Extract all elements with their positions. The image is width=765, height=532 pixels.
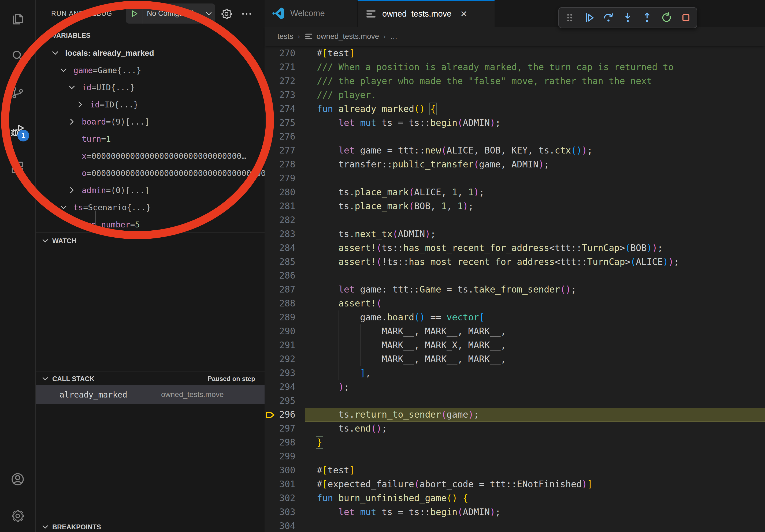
code-line[interactable]: 301#[expected_failure(abort_code = ttt::…: [265, 477, 765, 491]
variable-row[interactable]: txn_number = 5: [36, 216, 265, 233]
code-line[interactable]: 286: [265, 269, 765, 283]
continue-icon[interactable]: [581, 9, 598, 26]
activity-extensions-icon[interactable]: [0, 158, 35, 177]
line-number[interactable]: 289: [265, 311, 296, 324]
code-line[interactable]: 300#[test]: [265, 463, 765, 477]
code-line[interactable]: 299: [265, 449, 765, 463]
more-actions-icon[interactable]: [240, 7, 254, 21]
call-stack-header[interactable]: CALL STACKPaused on step: [36, 372, 265, 386]
restart-icon[interactable]: [658, 9, 675, 26]
drag-grip-icon[interactable]: [561, 9, 578, 26]
line-number[interactable]: 283: [265, 227, 296, 241]
line-number[interactable]: 294: [265, 380, 296, 394]
variable-row[interactable]: board = (9)[...]: [36, 113, 265, 130]
code-line[interactable]: 277 let game = ttt::new(ALICE, BOB, KEY,…: [265, 143, 765, 157]
code-line[interactable]: 303 let mut ts = ts::begin(ADMIN);: [265, 505, 765, 519]
code-line[interactable]: 298}: [265, 435, 765, 449]
line-number[interactable]: 302: [265, 491, 296, 505]
code-line[interactable]: 297 ts.end();: [265, 421, 765, 435]
debug-settings-gear-icon[interactable]: [220, 7, 234, 21]
code-line[interactable]: 289 game.board() == vector[: [265, 311, 765, 324]
variable-row[interactable]: o = 000000000000000000000000000000000000…: [36, 164, 265, 182]
line-number[interactable]: 274: [265, 102, 296, 116]
code-area[interactable]: 270#[test]271/// When a position is alre…: [265, 46, 765, 532]
code-line[interactable]: 304: [265, 519, 765, 532]
line-number[interactable]: 295: [265, 394, 296, 408]
line-number[interactable]: 291: [265, 338, 296, 352]
variable-row[interactable]: id = UID{...}: [36, 79, 265, 96]
code-line[interactable]: 285 assert!(!ts::has_most_recent_for_add…: [265, 255, 765, 269]
tab-welcome[interactable]: Welcome: [265, 0, 358, 27]
line-number[interactable]: 271: [265, 60, 296, 74]
line-number[interactable]: 276: [265, 130, 296, 143]
line-number[interactable]: 288: [265, 297, 296, 311]
watch-header[interactable]: WATCH: [36, 232, 265, 249]
line-number[interactable]: 304: [265, 519, 296, 532]
line-number[interactable]: 277: [265, 143, 296, 157]
code-line[interactable]: 294 );: [265, 380, 765, 394]
breadcrumb-item[interactable]: owned_tests.move: [317, 32, 379, 41]
code-line[interactable]: 272/// the player who made the "false" m…: [265, 74, 765, 88]
code-line[interactable]: 278 transfer::public_transfer(game, ADMI…: [265, 157, 765, 171]
line-number[interactable]: 273: [265, 88, 296, 102]
breadcrumb-item[interactable]: tests: [278, 32, 293, 41]
code-line[interactable]: 271/// When a position is already marked…: [265, 60, 765, 74]
line-number[interactable]: 298: [265, 435, 296, 449]
start-debugging-play-icon[interactable]: [126, 9, 143, 18]
line-number[interactable]: 270: [265, 46, 296, 60]
code-line[interactable]: 287 let game: ttt::Game = ts.take_from_s…: [265, 283, 765, 297]
code-line[interactable]: 282: [265, 213, 765, 227]
code-line[interactable]: 283 ts.next_tx(ADMIN);: [265, 227, 765, 241]
code-line[interactable]: 291 MARK__, MARK_X, MARK__,: [265, 338, 765, 352]
activity-account-icon[interactable]: [0, 470, 35, 488]
line-number[interactable]: 282: [265, 213, 296, 227]
breadcrumb-item[interactable]: …: [390, 32, 397, 41]
line-number[interactable]: 279: [265, 171, 296, 185]
line-number[interactable]: 303: [265, 505, 296, 519]
variable-row[interactable]: admin = (0)[...]: [36, 182, 265, 199]
activity-run-and-debug-icon[interactable]: 1: [0, 122, 35, 140]
line-number[interactable]: 292: [265, 352, 296, 366]
line-number[interactable]: 293: [265, 366, 296, 380]
step-out-icon[interactable]: [638, 9, 656, 26]
activity-settings-gear-icon[interactable]: [0, 507, 35, 525]
stack-frame-row[interactable]: already_markedowned_tests.move: [36, 385, 265, 404]
line-number[interactable]: 278: [265, 157, 296, 171]
line-number[interactable]: 281: [265, 199, 296, 213]
line-number[interactable]: 290: [265, 324, 296, 338]
code-line[interactable]: 273/// player.: [265, 88, 765, 102]
line-number[interactable]: 275: [265, 116, 296, 130]
activity-source-control-icon[interactable]: [0, 84, 35, 102]
code-line[interactable]: 295: [265, 394, 765, 408]
code-line[interactable]: 288 assert!(: [265, 297, 765, 311]
step-over-icon[interactable]: [600, 9, 617, 26]
code-line[interactable]: 302fun burn_unfinished_game() {: [265, 491, 765, 505]
code-line[interactable]: 270#[test]: [265, 46, 765, 60]
code-line[interactable]: 284 assert!(ts::has_most_recent_for_addr…: [265, 241, 765, 255]
code-line[interactable]: 275 let mut ts = ts::begin(ADMIN);: [265, 116, 765, 130]
variable-row[interactable]: id = ID{...}: [36, 96, 265, 113]
code-line[interactable]: 293 ],: [265, 366, 765, 380]
line-number[interactable]: 300: [265, 463, 296, 477]
variable-row[interactable]: game = Game{...}: [36, 62, 265, 79]
breakpoints-header[interactable]: BREAKPOINTS: [36, 521, 265, 532]
code-line[interactable]: 276: [265, 130, 765, 143]
variable-row[interactable]: turn = 1: [36, 130, 265, 147]
variables-header[interactable]: VARIABLES: [36, 27, 265, 44]
variables-scope-row[interactable]: locals: already_marked: [36, 45, 265, 62]
code-line[interactable]: 281 ts.place_mark(BOB, 1, 1);: [265, 199, 765, 213]
variable-row[interactable]: x = 0000000000000000000000000000000…: [36, 147, 265, 164]
stop-icon[interactable]: [677, 9, 694, 26]
launch-configuration-dropdown[interactable]: No Configurations: [126, 3, 215, 24]
line-number[interactable]: 299: [265, 449, 296, 463]
activity-files-icon[interactable]: [0, 9, 35, 28]
tab-owned-tests-move[interactable]: owned_tests.move✕: [358, 0, 494, 27]
line-number[interactable]: 285: [265, 255, 296, 269]
code-line[interactable]: 280 ts.place_mark(ALICE, 1, 1);: [265, 185, 765, 199]
line-number[interactable]: 284: [265, 241, 296, 255]
code-line[interactable]: 279: [265, 171, 765, 185]
line-number[interactable]: 287: [265, 283, 296, 297]
code-line[interactable]: 292 MARK__, MARK__, MARK__,: [265, 352, 765, 366]
code-line[interactable]: 290 MARK__, MARK__, MARK__,: [265, 324, 765, 338]
activity-search-icon[interactable]: [0, 47, 35, 65]
